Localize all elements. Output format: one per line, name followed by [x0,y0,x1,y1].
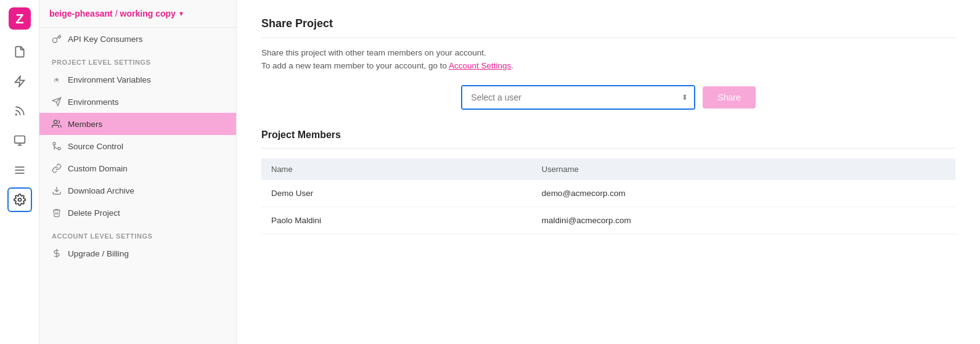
env-vars-label: Environment Variables [68,75,151,84]
main-content: Share Project Share this project with ot… [237,0,980,344]
project-members-title: Project Members [261,129,955,149]
download-archive-label: Download Archive [68,186,134,195]
members-table-header: Name Username [261,158,955,180]
upgrade-billing-label: Upgrade / Billing [68,249,129,258]
share-desc-suffix: . [511,61,513,70]
lightning-nav-icon[interactable] [7,69,32,94]
svg-text:{x}: {x} [54,78,59,83]
source-control-label: Source Control [68,142,123,151]
sidebar-item-members[interactable]: Members [39,113,236,135]
sidebar-item-upgrade-billing[interactable]: Upgrade / Billing [39,242,236,264]
api-key-label: API Key Consumers [68,35,143,44]
member-username-0: demo@acmecorp.com [532,180,955,207]
source-control-icon [52,141,62,151]
sidebar-item-custom-domain[interactable]: Custom Domain [39,157,236,179]
user-select-wrapper: Select a user ⬍ [461,85,695,110]
svg-point-17 [58,147,60,150]
share-button[interactable]: Share [703,86,755,109]
sidebar-item-env-vars[interactable]: {x} Environment Variables [39,68,236,91]
sidebar: beige-pheasant / working copy ▾ API Key … [39,0,237,344]
dollar-icon [52,248,62,258]
account-settings-link[interactable]: Account Settings [449,61,511,70]
user-select[interactable]: Select a user [462,86,694,109]
delete-project-label: Delete Project [68,208,120,218]
icon-bar: Z [0,0,39,344]
share-desc-prefix: To add a new team member to your account… [261,61,449,70]
sidebar-chevron-icon: ▾ [179,9,183,18]
trash-icon [52,208,62,218]
project-members-section: Project Members Name Username Demo User … [261,129,955,234]
column-username: Username [532,158,955,180]
share-project-section: Share Project Share this project with ot… [261,17,955,110]
document-nav-icon[interactable] [7,39,32,64]
sidebar-item-api-key-consumers[interactable]: API Key Consumers [39,28,236,50]
sidebar-project-name: working copy [120,9,176,18]
member-name-1: Paolo Maldini [261,207,532,234]
settings-nav-icon[interactable] [7,187,32,212]
custom-domain-label: Custom Domain [68,164,128,173]
svg-text:Z: Z [15,11,23,27]
svg-point-3 [15,114,17,115]
account-settings-section-label: ACCOUNT LEVEL SETTINGS [39,224,236,242]
app-logo[interactable]: Z [9,7,31,30]
share-row: Select a user ⬍ Share [261,85,955,110]
sidebar-item-delete-project[interactable]: Delete Project [39,202,236,224]
member-username-1: maldini@acmecorp.com [532,207,955,234]
list-nav-icon[interactable] [7,158,32,182]
sidebar-header[interactable]: beige-pheasant / working copy ▾ [39,0,236,28]
svg-point-16 [54,120,57,123]
svg-marker-2 [15,76,24,87]
members-label: Members [68,120,102,129]
table-row: Demo User demo@acmecorp.com [261,180,955,207]
share-project-title: Share Project [261,17,955,38]
share-description-line1: Share this project with other team membe… [261,48,955,57]
monitor-nav-icon[interactable] [7,128,32,153]
member-name-0: Demo User [261,180,532,207]
key-icon [52,34,62,44]
sidebar-org-name: beige-pheasant [49,9,113,18]
share-description-line2: To add a new team member to your account… [261,61,955,70]
sidebar-item-environments[interactable]: Environments [39,91,236,113]
variable-icon: {x} [52,75,62,84]
members-icon [52,119,62,129]
project-settings-section-label: PROJECT LEVEL SETTINGS [39,50,236,68]
members-table-body: Demo User demo@acmecorp.com Paolo Maldin… [261,180,955,234]
table-row: Paolo Maldini maldini@acmecorp.com [261,207,955,234]
rss-nav-icon[interactable] [7,99,32,123]
members-table: Name Username Demo User demo@acmecorp.co… [261,158,955,234]
svg-point-10 [18,199,21,202]
members-table-header-row: Name Username [261,158,955,180]
download-icon [52,186,62,195]
sidebar-item-source-control[interactable]: Source Control [39,135,236,157]
column-name: Name [261,158,532,180]
sidebar-separator: / [115,9,118,18]
sidebar-item-download-archive[interactable]: Download Archive [39,179,236,202]
svg-point-11 [52,38,57,43]
link-icon [52,163,62,173]
svg-rect-4 [14,136,25,144]
environments-label: Environments [68,97,119,107]
env-icon [52,97,62,107]
svg-point-18 [53,142,55,145]
